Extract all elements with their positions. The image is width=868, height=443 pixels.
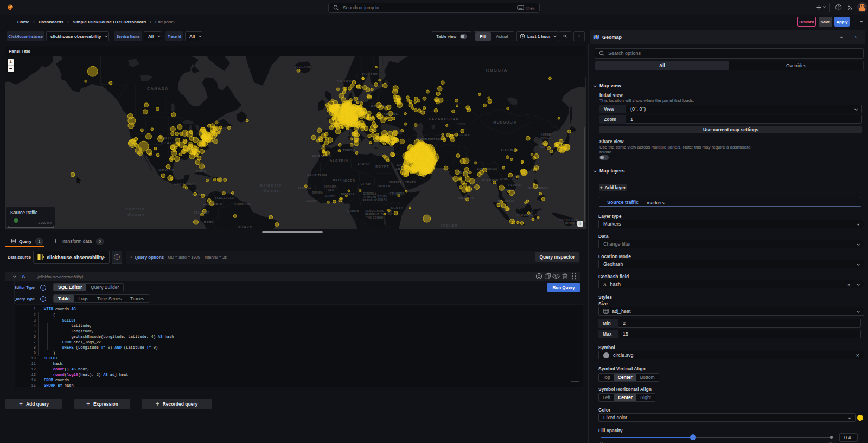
svg-text:KAZAKHSTAN: KAZAKHSTAN: [429, 117, 459, 121]
svg-text:LIBERIA: LIBERIA: [306, 200, 318, 202]
svg-text:BRAZIL: BRAZIL: [237, 225, 254, 229]
svg-text:Pacific: Pacific: [125, 207, 145, 211]
svg-text:MEXICO: MEXICO: [158, 169, 175, 172]
svg-text:GABON: GABON: [347, 209, 359, 213]
svg-text:ICELAND: ICELAND: [295, 65, 311, 68]
svg-text:RUSSIA: RUSSIA: [486, 68, 508, 73]
svg-text:DEMOCRATIC: DEMOCRATIC: [365, 210, 384, 213]
svg-text:Indian: Indian: [441, 223, 458, 228]
svg-text:GUINEA: GUINEA: [312, 191, 323, 194]
svg-text:LIBYA: LIBYA: [358, 162, 370, 165]
svg-text:FASO: FASO: [327, 189, 334, 191]
svg-text:VENEZUELA: VENEZUELA: [215, 196, 234, 200]
svg-text:Ocean: Ocean: [263, 188, 280, 193]
svg-text:KENYA: KENYA: [391, 206, 404, 209]
svg-text:Atlantic: Atlantic: [259, 183, 282, 188]
svg-text:ALGERIA: ALGERIA: [330, 159, 348, 162]
svg-text:AFRICAN: AFRICAN: [363, 196, 376, 198]
svg-text:MALI: MALI: [333, 178, 342, 182]
svg-text:ERITREA: ERITREA: [389, 181, 402, 184]
svg-text:FINLAND: FINLAND: [362, 73, 378, 76]
svg-text:REPUBLIC: REPUBLIC: [362, 199, 377, 202]
svg-text:REPUBLIC OF: REPUBLIC OF: [365, 213, 385, 216]
svg-text:GUINEA: GUINEA: [565, 222, 577, 225]
svg-text:CANADA: CANADA: [147, 87, 169, 91]
svg-text:PERU: PERU: [204, 221, 215, 224]
svg-text:KOREA: KOREA: [541, 137, 551, 139]
svg-text:NORWAY: NORWAY: [337, 79, 354, 82]
svg-text:MAURITANIA: MAURITANIA: [307, 174, 327, 177]
svg-text:LAOS: LAOS: [500, 178, 508, 181]
svg-text:ETHIOPIA: ETHIOPIA: [390, 192, 405, 195]
svg-text:THE CONGO: THE CONGO: [366, 216, 384, 219]
svg-text:PAPUA NEW: PAPUA NEW: [559, 218, 578, 221]
svg-text:CENTRAL: CENTRAL: [363, 192, 377, 195]
svg-text:GHANA: GHANA: [326, 195, 336, 197]
svg-text:Ocean: Ocean: [127, 212, 145, 217]
svg-text:BURKINA: BURKINA: [324, 185, 337, 188]
svg-text:SUDAN: SUDAN: [378, 198, 388, 201]
svg-text:SOUTH: SOUTH: [378, 195, 387, 198]
svg-text:CHAD: CHAD: [360, 182, 371, 185]
svg-text:NIGER: NIGER: [343, 179, 355, 182]
svg-text:NIGERIA: NIGERIA: [341, 192, 354, 196]
svg-text:MYANMAR: MYANMAR: [482, 178, 499, 182]
svg-text:MONGOLIA: MONGOLIA: [493, 120, 517, 124]
svg-text:VIETNAM: VIETNAM: [508, 184, 521, 187]
svg-text:SURINAME: SURINAME: [234, 202, 252, 206]
svg-text:TUNISIA: TUNISIA: [343, 149, 356, 152]
svg-text:EGYPT: EGYPT: [375, 165, 389, 168]
svg-text:CUBA: CUBA: [196, 170, 206, 173]
svg-text:SUDAN: SUDAN: [378, 184, 391, 188]
svg-text:PHILIPPINES: PHILIPPINES: [528, 187, 549, 190]
svg-text:YEMEN: YEMEN: [405, 181, 417, 184]
svg-text:NORTH: NORTH: [541, 133, 551, 136]
